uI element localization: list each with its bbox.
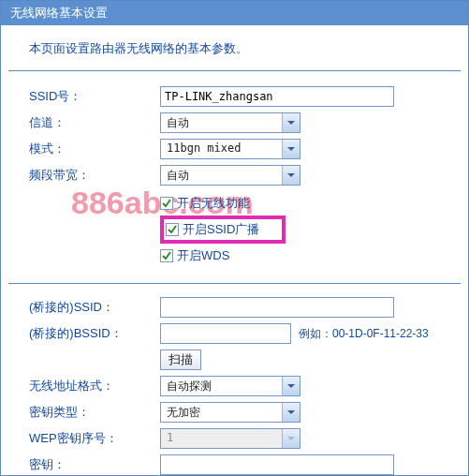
svg-marker-0 bbox=[287, 121, 295, 125]
scan-button[interactable]: 扫描 bbox=[160, 350, 201, 370]
check-enable-wireless[interactable]: 开启无线功能 bbox=[160, 195, 459, 212]
row-addr-format: 无线地址格式： 自动探测 bbox=[29, 376, 459, 396]
panel-title: 无线网络基本设置 bbox=[1, 1, 468, 25]
checkbox-icon bbox=[160, 197, 173, 210]
addr-format-select[interactable]: 自动探测 bbox=[160, 376, 300, 396]
addr-format-value: 自动探测 bbox=[161, 377, 282, 395]
svg-marker-5 bbox=[287, 437, 295, 440]
panel-title-text: 无线网络基本设置 bbox=[10, 6, 108, 20]
mode-select[interactable]: 11bgn mixed bbox=[160, 139, 300, 159]
chevron-down-icon bbox=[282, 166, 300, 185]
label-bridged-bssid: (桥接的)BSSID： bbox=[29, 325, 160, 342]
label-channel: 信道： bbox=[29, 114, 160, 131]
wireless-settings-panel: 无线网络基本设置 本页面设置路由器无线网络的基本参数。 886abc.com S… bbox=[0, 0, 469, 476]
key-type-select[interactable]: 无加密 bbox=[160, 402, 300, 423]
key-input[interactable] bbox=[160, 454, 394, 475]
form-area-2: (桥接的)SSID： (桥接的)BSSID： 例如：00-1D-0F-11-22… bbox=[1, 284, 468, 476]
label-wep-index: WEP密钥序号： bbox=[29, 430, 160, 447]
ssid-input[interactable] bbox=[160, 86, 394, 107]
bridged-ssid-input[interactable] bbox=[160, 297, 394, 318]
checkbox-icon bbox=[160, 249, 173, 262]
channel-value: 自动 bbox=[161, 113, 282, 132]
row-bandwidth: 频段带宽： 自动 bbox=[29, 165, 459, 186]
intro-text: 本页面设置路由器无线网络的基本参数。 bbox=[1, 25, 468, 70]
form-area: SSID号： 信道： 自动 模式： 11bgn mixed bbox=[1, 71, 468, 283]
row-channel: 信道： 自动 bbox=[29, 112, 459, 133]
row-key-type: 密钥类型： 无加密 bbox=[29, 402, 459, 423]
label-bridged-ssid: (桥接的)SSID： bbox=[29, 299, 160, 316]
svg-marker-4 bbox=[287, 410, 295, 414]
row-bridged-ssid: (桥接的)SSID： bbox=[29, 297, 459, 318]
label-bandwidth: 频段带宽： bbox=[29, 167, 160, 184]
checkbox-icon bbox=[166, 223, 179, 236]
wep-index-select: 1 bbox=[160, 428, 300, 449]
svg-marker-1 bbox=[287, 147, 295, 151]
check-enable-ssid-broadcast[interactable]: 开启SSID广播 bbox=[166, 221, 259, 238]
row-wep-index: WEP密钥序号： 1 bbox=[29, 428, 459, 449]
check-label: 开启SSID广播 bbox=[183, 221, 259, 238]
label-key-type: 密钥类型： bbox=[29, 404, 160, 421]
wep-index-value: 1 bbox=[161, 429, 282, 448]
row-scan: 扫描 bbox=[29, 350, 459, 370]
svg-marker-3 bbox=[287, 384, 295, 388]
chevron-down-icon bbox=[282, 403, 300, 422]
chevron-down-icon bbox=[282, 429, 300, 448]
svg-marker-2 bbox=[287, 173, 295, 177]
row-bridged-bssid: (桥接的)BSSID： 例如：00-1D-0F-11-22-33 bbox=[29, 323, 459, 344]
highlight-ssid-broadcast: 开启SSID广播 bbox=[160, 216, 286, 244]
chevron-down-icon bbox=[282, 140, 300, 158]
bandwidth-value: 自动 bbox=[161, 166, 282, 185]
key-type-value: 无加密 bbox=[161, 403, 282, 422]
label-addr-format: 无线地址格式： bbox=[29, 378, 160, 394]
channel-select[interactable]: 自动 bbox=[160, 112, 300, 133]
mode-value: 11bgn mixed bbox=[161, 140, 282, 158]
row-checks: 开启无线功能 开启SSID广播 开启WDS bbox=[29, 191, 459, 268]
label-mode: 模式： bbox=[29, 141, 160, 157]
check-enable-wds[interactable]: 开启WDS bbox=[160, 247, 459, 264]
row-mode: 模式： 11bgn mixed bbox=[29, 139, 459, 159]
label-ssid: SSID号： bbox=[29, 88, 160, 105]
row-ssid: SSID号： bbox=[29, 86, 459, 107]
row-key: 密钥： bbox=[29, 454, 459, 475]
chevron-down-icon bbox=[282, 377, 300, 395]
bridged-bssid-input[interactable] bbox=[160, 323, 291, 344]
label-key: 密钥： bbox=[29, 456, 160, 473]
check-label: 开启WDS bbox=[177, 247, 229, 264]
bandwidth-select[interactable]: 自动 bbox=[160, 165, 300, 186]
check-label: 开启无线功能 bbox=[177, 195, 250, 212]
chevron-down-icon bbox=[282, 113, 300, 132]
bssid-example: 例如：00-1D-0F-11-22-33 bbox=[299, 326, 429, 342]
